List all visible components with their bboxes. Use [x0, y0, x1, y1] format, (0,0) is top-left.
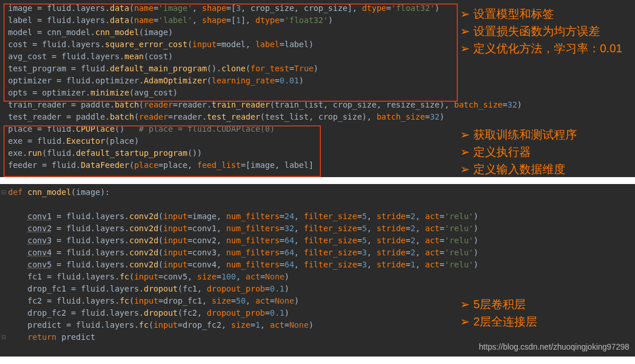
code-block-2[interactable]: ⊟ ⊟ def cnn_model(image): conv1 = fluid.… [0, 184, 635, 357]
annotation-text: ➢定义输入数据维度 [460, 161, 565, 177]
annotation-text: ➢2层全连接层 [460, 313, 537, 329]
watermark: https://blog.csdn.net/zhuoqingjoking9729… [479, 341, 629, 353]
annotation-text: ➢设置模型和标签 [460, 6, 554, 22]
code-content-2[interactable]: def cnn_model(image): conv1 = fluid.laye… [0, 186, 635, 343]
annotation-text: ➢设置损失函数为均方误差 [460, 23, 600, 39]
annotation-text: ➢5层卷积层 [460, 296, 526, 312]
annotation-text: ➢定义优化方法，学习率：0.01 [460, 40, 622, 56]
annotation-text: ➢定义执行器 [460, 144, 531, 160]
separator [0, 177, 635, 184]
annotation-text: ➢获取训练和测试程序 [460, 127, 577, 143]
fold-icon[interactable]: ⊟ [1, 331, 6, 343]
fold-icon[interactable]: ⊟ [1, 186, 6, 198]
code-block-1[interactable]: image = fluid.layers.data(name='image', … [0, 0, 635, 177]
